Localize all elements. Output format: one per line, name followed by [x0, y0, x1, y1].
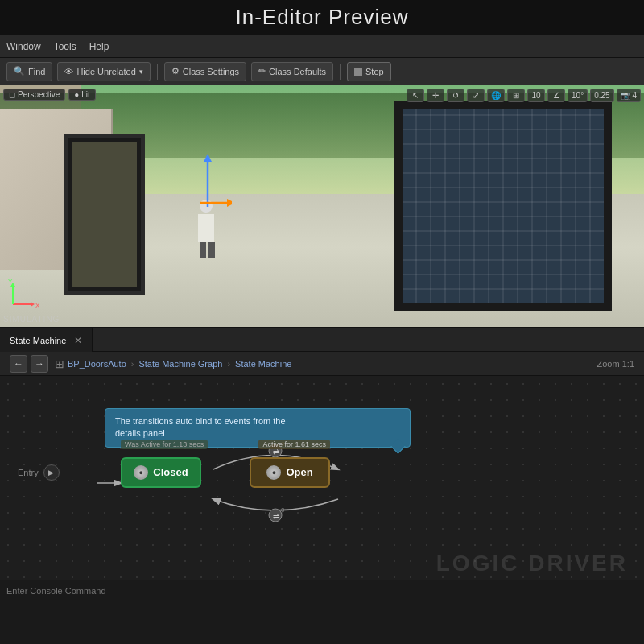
angle-icon: ∠	[553, 91, 560, 100]
console-bar	[0, 580, 644, 601]
perspective-button[interactable]: ◻ Perspective	[3, 89, 65, 101]
scale-tool[interactable]: ⤢	[467, 89, 485, 102]
svg-text:X: X	[35, 302, 39, 309]
open-state-label: Open	[286, 466, 312, 478]
hide-unrelated-button[interactable]: 👁 Hide Unrelated ▾	[57, 62, 150, 81]
svg-text:0: 0	[281, 506, 285, 514]
open-state-node[interactable]: ● Open	[250, 457, 330, 488]
angle-tool[interactable]: ∠	[547, 89, 565, 102]
char-leg-right	[208, 242, 215, 258]
perspective-icon: ◻	[9, 90, 15, 99]
select-tool[interactable]: ↖	[407, 89, 424, 102]
scale-value[interactable]: 0.25	[590, 89, 613, 102]
eye-icon: 👁	[64, 67, 73, 76]
closed-state-label: Closed	[153, 466, 188, 478]
tab-close-button[interactable]: ✕	[74, 335, 82, 346]
svg-marker-5	[31, 302, 35, 307]
class-defaults-button[interactable]: ✏ Class Defaults	[251, 62, 333, 81]
menu-window[interactable]: Window	[6, 41, 41, 52]
hint-line1: The transitions auto bind to events from…	[115, 415, 400, 427]
back-button[interactable]: ←	[10, 355, 27, 373]
closed-state-node[interactable]: ● Closed	[121, 457, 201, 488]
zoom-indicator: Zoom 1:1	[597, 359, 634, 369]
closed-state-icon: ●	[134, 465, 148, 480]
simulating-label: SIMULATING	[3, 315, 60, 324]
camera-icon: 📷	[621, 91, 630, 100]
nodes-wrapper: Was Active for 1.13 secs ● Closed Active…	[121, 457, 330, 488]
title-bar: In-Editor Preview	[0, 0, 644, 35]
open-node-wrapper: Active for 1.61 secs ● Open	[250, 457, 330, 488]
forward-button[interactable]: →	[31, 355, 48, 373]
chevron-down-icon: ▾	[139, 68, 143, 76]
viewport-left-panel	[64, 134, 145, 295]
console-input[interactable]	[6, 586, 167, 596]
viewport-panel-inner	[72, 142, 137, 287]
graph-area[interactable]: The transitions auto bind to events from…	[0, 376, 644, 601]
nodes-row: Entry ▶	[105, 457, 443, 488]
entry-node: Entry ▶	[18, 464, 60, 481]
stop-icon	[354, 68, 362, 76]
svg-text:⇌: ⇌	[273, 512, 279, 520]
breadcrumb-node[interactable]: State Machine	[235, 359, 291, 369]
separator-2	[340, 64, 341, 80]
open-active-label: Active for 1.61 secs	[258, 440, 330, 449]
logic-driver-watermark: LOGIC DRIVER	[436, 551, 628, 576]
edit-icon: ✏	[258, 66, 266, 76]
open-state-icon: ●	[266, 465, 281, 480]
page-title: In-Editor Preview	[0, 5, 644, 30]
viewport-door-outer	[394, 101, 612, 311]
tab-bar: State Machine ✕	[0, 328, 644, 352]
breadcrumb-bar: ← → ⊞ BP_DoorsAuto › State Machine Graph…	[0, 352, 644, 376]
lit-button[interactable]: ● Lit	[68, 89, 96, 101]
viewport: ◻ Perspective ● Lit ↖ ✛ ↺ ⤢ 🌐 ⊞ 10 ∠ 10°…	[0, 85, 644, 327]
tab-label: State Machine	[10, 336, 66, 345]
char-legs-container	[200, 242, 215, 258]
breadcrumb-sep-1: ›	[131, 359, 134, 369]
viewport-controls: ◻ Perspective ● Lit	[3, 89, 96, 101]
closed-active-label: Was Active for 1.13 secs	[121, 440, 208, 449]
node-container: The transitions auto bind to events from…	[105, 408, 443, 488]
lit-icon: ●	[74, 90, 79, 99]
nav-back-fwd: ← →	[10, 355, 48, 373]
cam-value[interactable]: 📷 4	[617, 89, 641, 102]
find-button[interactable]: 🔍 Find	[6, 62, 52, 81]
viewport-tools-right: ↖ ✛ ↺ ⤢ 🌐 ⊞ 10 ∠ 10° 0.25 📷 4	[407, 89, 641, 102]
world-tool[interactable]: 🌐	[487, 89, 505, 102]
transform-arrows	[184, 151, 232, 218]
entry-arrow: ▶	[43, 464, 60, 481]
entry-label: Entry	[18, 468, 39, 477]
axis-indicator: X Y	[6, 279, 39, 311]
rotate-tool[interactable]: ↺	[447, 89, 464, 102]
search-icon: 🔍	[14, 66, 25, 76]
state-machine-tab[interactable]: State Machine ✕	[0, 328, 93, 352]
menu-help[interactable]: Help	[89, 41, 109, 52]
char-leg-left	[200, 242, 206, 258]
angle-value[interactable]: 10°	[568, 89, 588, 102]
stop-button[interactable]: Stop	[347, 62, 391, 81]
separator-1	[157, 64, 158, 80]
char-torso	[198, 214, 214, 242]
class-settings-button[interactable]: ⚙ Class Settings	[164, 62, 246, 81]
state-machine-panel: State Machine ✕ ← → ⊞ BP_DoorsAuto › Sta…	[0, 327, 644, 601]
breadcrumb-graph[interactable]: State Machine Graph	[138, 359, 222, 369]
hierarchy-icon: ⊞	[55, 357, 64, 370]
breadcrumb-bp[interactable]: BP_DoorsAuto	[68, 359, 126, 369]
move-tool[interactable]: ✛	[427, 89, 444, 102]
menu-tools[interactable]: Tools	[54, 41, 76, 52]
hint-line2: details panel	[115, 427, 400, 440]
closed-node-wrapper: Was Active for 1.13 secs ● Closed	[121, 457, 201, 488]
svg-text:Y: Y	[8, 279, 13, 285]
menu-bar: Window Tools Help	[0, 35, 644, 58]
snap-tool[interactable]: ⊞	[507, 89, 525, 102]
settings-icon: ⚙	[171, 66, 180, 76]
svg-marker-3	[227, 199, 232, 207]
breadcrumb-sep-2: ›	[227, 359, 230, 369]
svg-point-16	[269, 509, 282, 522]
svg-marker-1	[204, 154, 212, 162]
grid-value[interactable]: 10	[527, 89, 545, 102]
toolbar: 🔍 Find 👁 Hide Unrelated ▾ ⚙ Class Settin…	[0, 58, 644, 85]
viewport-door-grate	[402, 109, 604, 303]
